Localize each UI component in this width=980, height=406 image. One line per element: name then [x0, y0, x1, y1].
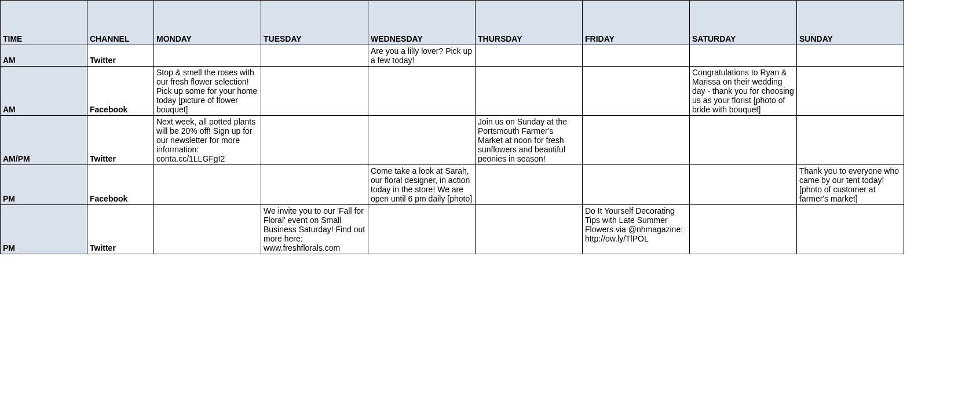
header-thursday: THURSDAY — [476, 1, 583, 45]
cell-mon — [154, 205, 261, 254]
cell-sun — [797, 116, 904, 165]
cell-fri — [583, 165, 690, 205]
cell-tue — [261, 165, 368, 205]
cell-time: AM — [1, 45, 87, 67]
cell-fri — [583, 45, 690, 67]
cell-tue — [261, 45, 368, 67]
header-time: TIME — [1, 1, 87, 45]
cell-sun: Thank you to everyone who came by our te… — [797, 165, 904, 205]
cell-channel: Facebook — [87, 165, 154, 205]
cell-fri — [583, 67, 690, 116]
cell-sat: Congratulations to Ryan & Marissa on the… — [690, 67, 797, 116]
cell-channel: Twitter — [87, 116, 154, 165]
cell-sat — [690, 116, 797, 165]
cell-mon — [154, 165, 261, 205]
cell-thu: Join us on Sunday at the Portsmouth Farm… — [476, 116, 583, 165]
cell-mon: Stop & smell the roses with our fresh fl… — [154, 67, 261, 116]
cell-wed — [368, 205, 476, 254]
schedule-table: TIME CHANNEL MONDAY TUESDAY WEDNESDAY TH… — [0, 0, 904, 254]
cell-sun — [797, 67, 904, 116]
header-row: TIME CHANNEL MONDAY TUESDAY WEDNESDAY TH… — [1, 1, 904, 45]
cell-sat — [690, 45, 797, 67]
header-wednesday: WEDNESDAY — [368, 1, 476, 45]
cell-time: AM — [1, 67, 87, 116]
header-friday: FRIDAY — [583, 1, 690, 45]
cell-thu — [476, 165, 583, 205]
cell-tue: We invite you to our 'Fall for Floral' e… — [261, 205, 368, 254]
cell-wed: Are you a lilly lover? Pick up a few tod… — [368, 45, 476, 67]
cell-wed — [368, 67, 476, 116]
table-row: AM Twitter Are you a lilly lover? Pick u… — [1, 45, 904, 67]
header-channel: CHANNEL — [87, 1, 154, 45]
cell-sun — [797, 205, 904, 254]
cell-fri: Do It Yourself Decorating Tips with Late… — [583, 205, 690, 254]
cell-sat — [690, 165, 797, 205]
cell-thu — [476, 205, 583, 254]
cell-wed: Come take a look at Sarah, our floral de… — [368, 165, 476, 205]
header-monday: MONDAY — [154, 1, 261, 45]
cell-time: PM — [1, 205, 87, 254]
header-tuesday: TUESDAY — [261, 1, 368, 45]
cell-sun — [797, 45, 904, 67]
table-row: PM Twitter We invite you to our 'Fall fo… — [1, 205, 904, 254]
cell-channel: Facebook — [87, 67, 154, 116]
cell-tue — [261, 116, 368, 165]
cell-thu — [476, 45, 583, 67]
cell-wed — [368, 116, 476, 165]
table-row: AM/PM Twitter Next week, all potted plan… — [1, 116, 904, 165]
cell-mon — [154, 45, 261, 67]
cell-thu — [476, 67, 583, 116]
table-row: AM Facebook Stop & smell the roses with … — [1, 67, 904, 116]
table-row: PM Facebook Come take a look at Sarah, o… — [1, 165, 904, 205]
cell-fri — [583, 116, 690, 165]
header-sunday: SUNDAY — [797, 1, 904, 45]
header-saturday: SATURDAY — [690, 1, 797, 45]
cell-time: PM — [1, 165, 87, 205]
cell-mon: Next week, all potted plants will be 20%… — [154, 116, 261, 165]
cell-time: AM/PM — [1, 116, 87, 165]
cell-sat — [690, 205, 797, 254]
cell-tue — [261, 67, 368, 116]
cell-channel: Twitter — [87, 45, 154, 67]
cell-channel: Twitter — [87, 205, 154, 254]
